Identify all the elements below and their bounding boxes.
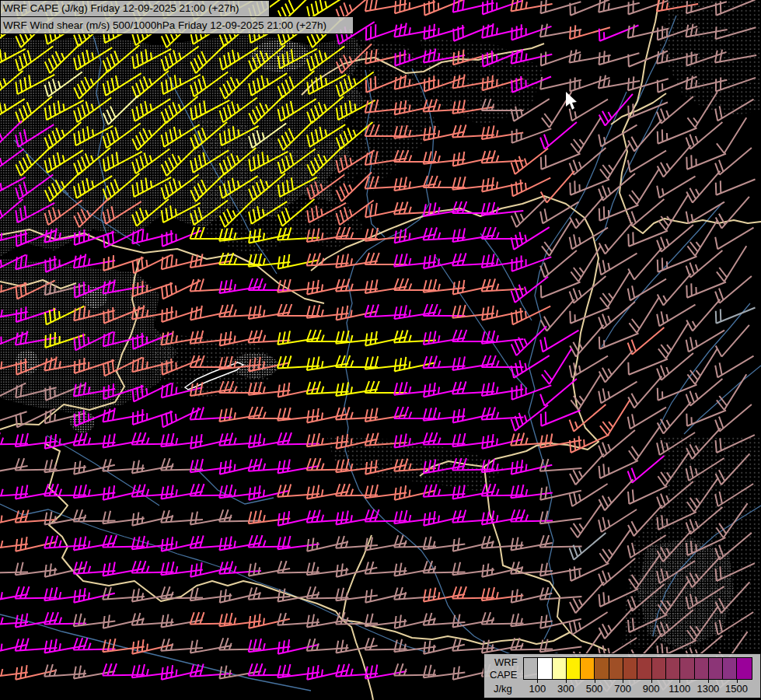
legend-cell-3 <box>567 658 581 679</box>
legend-tick-label: 900 <box>643 683 660 695</box>
legend-cell-2 <box>553 658 567 679</box>
legend-tick-label: 700 <box>614 683 631 695</box>
legend-color-scale <box>523 657 752 680</box>
legend-cell-1 <box>538 658 552 679</box>
legend-tick-label: 1100 <box>668 683 690 695</box>
map-title-windshear: WRF Wind shear (m/s) 500/1000hPa Friday … <box>0 16 354 34</box>
legend-model-label: WRF <box>494 656 518 668</box>
legend-variable-label: CAPE <box>490 669 517 681</box>
legend-cell-9 <box>652 658 666 679</box>
legend-cell-6 <box>609 658 623 679</box>
legend-cell-0 <box>524 658 538 679</box>
legend-cell-14 <box>723 658 737 679</box>
legend-units-label: J/kg <box>494 683 512 695</box>
legend-cell-4 <box>581 658 595 679</box>
legend-cell-5 <box>595 658 609 679</box>
legend-cell-8 <box>637 658 651 679</box>
legend-tick-label: 500 <box>586 683 603 695</box>
weather-map-stage: WRF CAPE (J/kg) Friday 12-09-2025 21:00 … <box>0 0 761 700</box>
cape-color-legend: WRF CAPE J/kg 10030050070090011001300150… <box>483 653 761 698</box>
legend-tick-label: 300 <box>557 683 574 695</box>
map-title-cape: WRF CAPE (J/kg) Friday 12-09-2025 21:00 … <box>0 0 270 17</box>
legend-cell-12 <box>695 658 709 679</box>
legend-tick-label: 100 <box>529 683 546 695</box>
legend-cell-15 <box>737 658 751 679</box>
legend-tick-label: 1300 <box>696 683 719 695</box>
legend-cell-13 <box>709 658 723 679</box>
legend-cell-11 <box>680 658 694 679</box>
map-canvas <box>0 0 761 700</box>
legend-cell-10 <box>666 658 680 679</box>
legend-cell-7 <box>623 658 637 679</box>
legend-tick-label: 1500 <box>725 683 748 695</box>
